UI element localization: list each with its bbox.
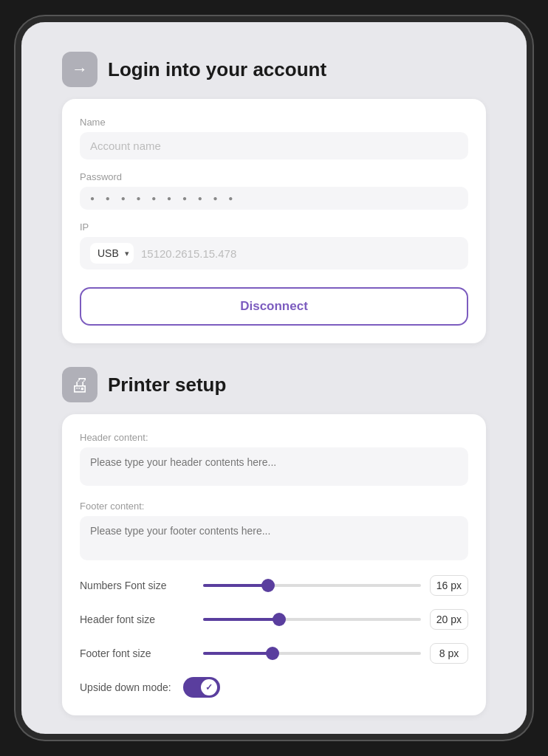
numbers-font-thumb[interactable] (261, 579, 275, 592)
toggle-knob: ✓ (201, 679, 217, 695)
ip-row: USB 15120.2615.15.478 (80, 237, 468, 269)
device-screen: → Login into your account Name Password … (21, 22, 527, 734)
ip-label: IP (80, 221, 468, 233)
printer-card: Header content: Footer content: Numbers … (62, 414, 486, 715)
upside-down-row: Upside down mode: ✓ (80, 677, 468, 698)
footer-font-fill (203, 652, 273, 655)
name-field-group: Name (80, 117, 468, 159)
ip-value: 15120.2615.15.478 (141, 247, 236, 260)
login-title: Login into your account (108, 58, 326, 81)
password-label: Password (80, 171, 468, 182)
footer-font-track (203, 652, 421, 655)
printer-icon: 🖨 (62, 367, 97, 402)
sliders-container: Numbers Font size 16 px Header font size… (80, 575, 468, 664)
header-font-fill (203, 618, 279, 621)
numbers-font-slider-row: Numbers Font size 16 px (80, 575, 468, 596)
header-content-input[interactable] (80, 447, 468, 486)
device-frame: → Login into your account Name Password … (16, 16, 532, 740)
printer-section-header: 🖨 Printer setup (62, 367, 486, 402)
upside-down-toggle[interactable]: ✓ (183, 677, 220, 698)
footer-font-slider-row: Footer font size 8 px (80, 643, 468, 664)
numbers-font-label: Numbers Font size (80, 580, 194, 591)
login-card: Name Password ● ● ● ● ● ● ● ● ● ● IP USB… (62, 99, 486, 343)
header-font-value: 20 px (430, 609, 468, 630)
login-section-header: → Login into your account (62, 52, 486, 87)
toggle-label: Upside down mode: (80, 681, 171, 693)
name-label: Name (80, 117, 468, 128)
ip-field-group: IP USB 15120.2615.15.478 (80, 221, 468, 269)
printer-title: Printer setup (108, 374, 226, 396)
disconnect-button[interactable]: Disconnect (80, 287, 468, 326)
footer-content-group: Footer content: (80, 501, 468, 563)
usb-wrapper: USB (90, 243, 134, 264)
numbers-font-value: 16 px (430, 575, 468, 596)
toggle-check-icon: ✓ (205, 682, 213, 693)
header-font-slider-row: Header font size 20 px (80, 609, 468, 630)
usb-select[interactable]: USB (90, 243, 134, 264)
footer-font-label: Footer font size (80, 647, 194, 659)
password-dots: ● ● ● ● ● ● ● ● ● ● (80, 187, 468, 210)
header-content-label: Header content: (80, 432, 468, 443)
numbers-font-track (203, 584, 421, 587)
login-icon: → (62, 52, 97, 87)
header-font-thumb[interactable] (273, 613, 286, 626)
footer-content-label: Footer content: (80, 501, 468, 512)
footer-content-input[interactable] (80, 516, 468, 560)
header-font-track (203, 618, 421, 621)
header-font-label: Header font size (80, 614, 194, 625)
header-content-group: Header content: (80, 432, 468, 489)
footer-font-value: 8 px (430, 643, 468, 664)
numbers-font-fill (203, 584, 268, 587)
password-field-group: Password ● ● ● ● ● ● ● ● ● ● (80, 171, 468, 210)
footer-font-thumb[interactable] (266, 647, 279, 660)
side-button (530, 170, 532, 214)
name-input[interactable] (80, 132, 468, 159)
